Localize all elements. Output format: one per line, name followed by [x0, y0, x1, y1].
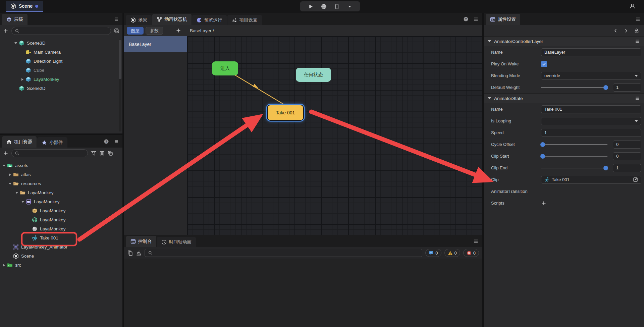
- assets-search[interactable]: [11, 149, 88, 157]
- assets-search-input[interactable]: [21, 151, 85, 156]
- section-menu-icon[interactable]: [635, 96, 640, 101]
- chevron-right-icon[interactable]: [19, 75, 25, 84]
- tree-item-layamonkey-animator[interactable]: LayaMonkey_Animator: [0, 242, 122, 252]
- slider-thumb[interactable]: [540, 142, 545, 147]
- panel-menu-icon[interactable]: [114, 139, 119, 144]
- chevron-down-icon[interactable]: [14, 188, 20, 197]
- tree-item-take001-clip[interactable]: Take 001: [0, 233, 122, 242]
- tree-item-direction-light[interactable]: Direction Light: [0, 57, 122, 66]
- tab-widgets[interactable]: 小部件: [37, 137, 67, 148]
- layer-name-input[interactable]: [541, 48, 641, 56]
- clear-console-icon[interactable]: [136, 250, 142, 256]
- add-script-icon[interactable]: [541, 201, 546, 206]
- tab-hierarchy[interactable]: 层级: [2, 14, 28, 25]
- tab-console[interactable]: 控制台: [126, 236, 156, 247]
- hierarchy-search-input[interactable]: [21, 29, 108, 34]
- cycle-offset-value[interactable]: 0: [613, 141, 641, 149]
- clip-end-slider[interactable]: [541, 168, 607, 168]
- chevron-down-icon[interactable]: [13, 39, 19, 48]
- tree-item-layamonkey-material[interactable]: LayaMonkey: [0, 224, 122, 233]
- chevron-down-icon[interactable]: [488, 40, 491, 42]
- parameters-toggle-button[interactable]: 参数: [146, 27, 163, 35]
- web-run-icon[interactable]: [321, 4, 327, 9]
- help-icon[interactable]: [463, 16, 469, 22]
- panel-menu-icon[interactable]: [473, 238, 479, 244]
- history-forward-icon[interactable]: [624, 28, 629, 33]
- duplicate-icon[interactable]: [114, 28, 119, 34]
- default-weight-slider[interactable]: [541, 87, 607, 88]
- tree-item-cube[interactable]: Cube: [0, 66, 122, 75]
- section-animator-controller-layer[interactable]: AnimatorControllerLayer: [484, 36, 644, 46]
- tree-item-scene-file[interactable]: Scene: [0, 252, 122, 261]
- tree-item-src[interactable]: src: [0, 261, 122, 270]
- tree-item-scene2d[interactable]: Scene2D: [0, 84, 122, 93]
- play-icon[interactable]: [308, 4, 314, 9]
- filter-icon[interactable]: [91, 151, 96, 156]
- tree-item-layamonkey-fbx[interactable]: LayaMonkey: [0, 197, 122, 206]
- chevron-down-icon[interactable]: [7, 179, 13, 188]
- tab-project-assets[interactable]: 项目资源: [2, 136, 37, 148]
- duplicate-icon[interactable]: [108, 151, 113, 156]
- tree-item-main-camera[interactable]: Main Camera: [0, 48, 122, 57]
- chevron-down-icon[interactable]: [1, 161, 7, 170]
- default-weight-value[interactable]: 1: [613, 84, 641, 92]
- clip-end-value[interactable]: 1: [613, 164, 641, 172]
- user-account-icon[interactable]: [629, 3, 635, 9]
- copy-log-icon[interactable]: [127, 250, 133, 256]
- tree-item-layamonkey-folder[interactable]: LayaMonkey: [0, 188, 122, 197]
- panel-menu-icon[interactable]: [635, 16, 641, 22]
- panel-menu-icon[interactable]: [114, 16, 119, 22]
- add-node-icon[interactable]: [3, 28, 8, 34]
- scene-document-tab[interactable]: Scene: [6, 1, 43, 12]
- warning-count-badge[interactable]: 0: [444, 249, 460, 257]
- state-node-take001[interactable]: Take 001: [267, 105, 304, 121]
- tab-animator-state-machine[interactable]: 动画状态机: [152, 14, 192, 25]
- tree-item-assets[interactable]: assets: [0, 161, 122, 170]
- tree-item-resources[interactable]: resources: [0, 179, 122, 188]
- hierarchy-search[interactable]: [11, 27, 111, 35]
- tree-item-layamonkey-mesh[interactable]: LayaMonkey: [0, 215, 122, 224]
- slider-thumb[interactable]: [540, 154, 545, 159]
- tab-properties[interactable]: 属性设置: [486, 14, 520, 25]
- log-count-badge[interactable]: 0: [425, 249, 441, 257]
- state-name-input[interactable]: [541, 105, 641, 113]
- is-looping-select[interactable]: [541, 117, 641, 125]
- blending-mode-select[interactable]: override: [541, 72, 641, 80]
- tree-item-layamonkey[interactable]: LayaMonkey: [0, 75, 122, 84]
- mobile-run-icon[interactable]: [334, 4, 340, 9]
- tree-item-atlas[interactable]: atlas: [0, 170, 122, 179]
- chevron-down-icon[interactable]: [20, 197, 26, 206]
- clip-start-slider[interactable]: [541, 156, 607, 157]
- section-animator-state[interactable]: AnimatorState: [484, 93, 644, 103]
- help-icon[interactable]: [104, 139, 109, 144]
- state-machine-graph[interactable]: 进入 任何状态 Take 001: [187, 36, 482, 235]
- tree-item-layamonkey-prefab[interactable]: LayaMonkey: [0, 206, 122, 215]
- chevron-down-icon[interactable]: [488, 97, 491, 99]
- section-menu-icon[interactable]: [635, 39, 640, 44]
- state-node-any-state[interactable]: 任何状态: [296, 68, 331, 82]
- two-column-view-icon[interactable]: [99, 151, 105, 156]
- console-search-input[interactable]: [155, 251, 419, 256]
- history-back-icon[interactable]: [613, 28, 618, 33]
- asset-picker-icon[interactable]: [633, 177, 638, 182]
- layers-toggle-button[interactable]: 图层: [127, 27, 144, 35]
- tab-preview-run[interactable]: 预览运行: [192, 15, 227, 25]
- cycle-offset-slider[interactable]: [541, 144, 607, 145]
- tab-project-settings[interactable]: 项目设置: [227, 15, 262, 25]
- hierarchy-scrollbar[interactable]: [119, 39, 121, 131]
- run-dropdown-caret-icon[interactable]: [347, 4, 352, 9]
- clip-asset-field[interactable]: Take 001: [541, 176, 641, 184]
- play-on-wake-checkbox[interactable]: [541, 61, 547, 67]
- panel-menu-icon[interactable]: [473, 16, 479, 22]
- lock-icon[interactable]: [634, 28, 639, 34]
- breadcrumb[interactable]: BaseLayer /: [190, 25, 214, 36]
- speed-input[interactable]: [541, 129, 641, 137]
- slider-thumb[interactable]: [603, 85, 608, 90]
- chevron-right-icon[interactable]: [7, 170, 13, 179]
- chevron-right-icon[interactable]: [1, 261, 7, 270]
- layer-item-baselayer[interactable]: BaseLayer: [124, 36, 187, 52]
- slider-thumb[interactable]: [603, 166, 608, 170]
- tab-scene-view[interactable]: 场景: [126, 15, 152, 25]
- state-node-entry[interactable]: 进入: [212, 61, 238, 75]
- error-count-badge[interactable]: 0: [463, 249, 479, 257]
